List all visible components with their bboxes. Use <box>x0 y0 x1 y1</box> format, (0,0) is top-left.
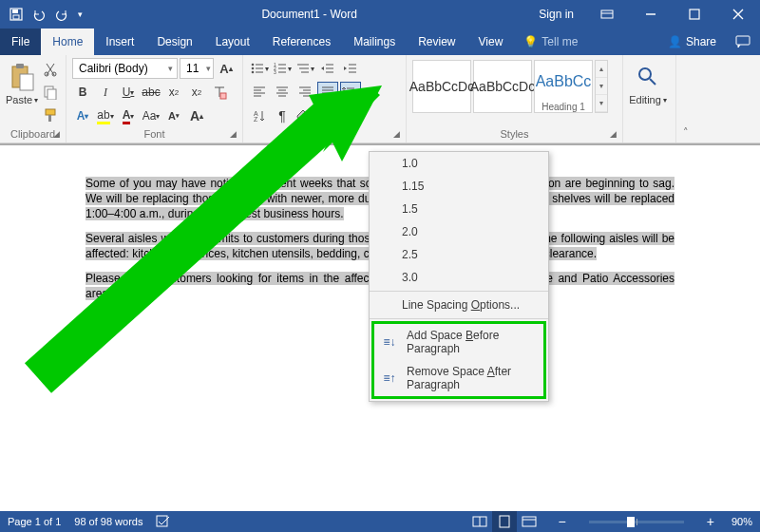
subscript-button[interactable]: x2 <box>163 82 184 103</box>
sign-in-link[interactable]: Sign in <box>527 8 585 21</box>
spacing-1-5[interactable]: 1.5 <box>370 198 548 220</box>
style-normal[interactable]: AaBbCcDc <box>412 60 471 113</box>
clear-formatting-icon[interactable] <box>209 82 230 103</box>
space-before-icon: ≡↓ <box>382 335 397 349</box>
strikethrough-button[interactable]: abc <box>141 82 162 103</box>
spacing-2-0[interactable]: 2.0 <box>370 220 548 243</box>
spacing-3-0[interactable]: 3.0 <box>370 266 548 289</box>
svg-rect-1 <box>12 10 18 13</box>
dialog-launcher-icon[interactable]: ◢ <box>50 129 62 141</box>
multilevel-list-icon[interactable]: ▾ <box>294 58 315 79</box>
zoom-level[interactable]: 90% <box>732 516 752 527</box>
tab-review[interactable]: Review <box>407 28 466 55</box>
save-icon[interactable] <box>6 4 27 25</box>
collapse-ribbon-icon[interactable]: ˄ <box>676 55 695 142</box>
line-spacing-button[interactable]: ▾ <box>340 82 361 103</box>
copy-icon[interactable] <box>40 82 61 103</box>
read-mode-icon[interactable] <box>467 511 492 532</box>
styles-scroll[interactable]: ▴▾▾ <box>595 60 608 113</box>
tab-home[interactable]: Home <box>41 28 94 55</box>
svg-rect-7 <box>16 64 24 68</box>
zoom-in-icon[interactable]: + <box>703 514 718 529</box>
numbering-icon[interactable]: 123▾ <box>272 58 293 79</box>
sort-icon[interactable]: AZ <box>249 105 270 126</box>
comments-icon[interactable] <box>726 28 760 55</box>
proofing-icon[interactable] <box>156 514 171 529</box>
font-name-combo[interactable]: Calibri (Body)▾ <box>72 58 178 79</box>
font-label: Font <box>143 128 164 140</box>
text-effects-icon[interactable]: A▾ <box>72 105 93 126</box>
font-color-icon[interactable]: A▾ <box>118 105 139 126</box>
ribbon-tabs: File Home Insert Design Layout Reference… <box>0 28 760 55</box>
tell-me-label: Tell me <box>542 35 578 48</box>
minimize-icon[interactable] <box>629 0 673 28</box>
undo-icon[interactable] <box>28 4 49 25</box>
svg-text:3: 3 <box>274 69 276 75</box>
shrink-font-icon[interactable]: A▾ <box>163 105 184 126</box>
grow-font2-icon[interactable]: A▴ <box>186 105 207 126</box>
decrease-indent-icon[interactable] <box>317 58 338 79</box>
redo-icon[interactable] <box>51 4 72 25</box>
line-spacing-options[interactable]: Line Spacing Options... <box>370 294 548 316</box>
remove-space-after[interactable]: ≡↑Remove Space After Paragraph <box>374 360 543 396</box>
web-layout-icon[interactable] <box>517 511 542 532</box>
share-button[interactable]: 👤Share <box>662 28 726 55</box>
spacing-1-15[interactable]: 1.15 <box>370 175 548 198</box>
paste-button[interactable]: Paste▾ <box>6 58 38 126</box>
page-indicator[interactable]: Page 1 of 1 <box>8 516 61 527</box>
qat-customize-icon[interactable]: ▾ <box>74 4 86 25</box>
align-left-icon[interactable] <box>249 82 270 103</box>
underline-button[interactable]: U ▾ <box>118 82 139 103</box>
view-buttons <box>467 511 542 532</box>
tab-design[interactable]: Design <box>145 28 203 55</box>
svg-rect-15 <box>220 93 226 99</box>
ribbon-display-options-icon[interactable] <box>585 0 629 28</box>
show-marks-icon[interactable]: ¶ <box>272 105 293 126</box>
borders-icon[interactable]: ▾ <box>317 105 338 126</box>
cut-icon[interactable] <box>40 59 61 80</box>
group-font: Calibri (Body)▾ 11▾ A▴ B I U ▾ abc x2 x2… <box>66 55 243 142</box>
align-right-icon[interactable] <box>294 82 315 103</box>
zoom-slider[interactable] <box>589 521 684 523</box>
word-count[interactable]: 98 of 98 words <box>74 516 142 527</box>
bold-button[interactable]: B <box>72 82 93 103</box>
dialog-launcher-icon[interactable]: ◢ <box>390 129 402 141</box>
highlight-icon[interactable]: ab▾ <box>95 105 116 126</box>
superscript-button[interactable]: x2 <box>186 82 207 103</box>
tab-insert[interactable]: Insert <box>94 28 145 55</box>
align-center-icon[interactable] <box>272 82 293 103</box>
change-case-icon[interactable]: Aa▾ <box>141 105 162 126</box>
svg-rect-29 <box>522 517 536 526</box>
tab-references[interactable]: References <box>261 28 342 55</box>
spacing-2-5[interactable]: 2.5 <box>370 243 548 266</box>
print-layout-icon[interactable] <box>492 511 517 532</box>
tab-view[interactable]: View <box>467 28 515 55</box>
grow-font-icon[interactable]: A▴ <box>216 58 237 79</box>
dialog-launcher-icon[interactable]: ◢ <box>227 129 238 141</box>
tab-file[interactable]: File <box>0 28 41 55</box>
group-paragraph: ▾ 123▾ ▾ ▾ AZ ¶ ▾ ▾ Paragraph◢ <box>243 55 407 142</box>
maximize-icon[interactable] <box>673 0 716 28</box>
editing-button[interactable]: Editing▾ <box>629 58 667 126</box>
justify-icon[interactable] <box>317 82 338 103</box>
style-nospacing[interactable]: AaBbCcDc <box>473 60 532 113</box>
tab-mailings[interactable]: Mailings <box>342 28 407 55</box>
svg-rect-4 <box>690 10 699 19</box>
tell-me[interactable]: 💡Tell me <box>514 28 587 55</box>
font-size-combo[interactable]: 11▾ <box>180 58 214 79</box>
italic-button[interactable]: I <box>95 82 116 103</box>
add-space-before[interactable]: ≡↓Add Space Before Paragraph <box>374 324 543 360</box>
zoom-out-icon[interactable]: − <box>555 514 570 529</box>
close-icon[interactable] <box>716 0 760 28</box>
spacing-1-0[interactable]: 1.0 <box>370 152 548 175</box>
heading1-label: Heading 1 <box>542 102 585 112</box>
shading-icon[interactable]: ▾ <box>294 105 315 126</box>
format-painter-icon[interactable] <box>40 104 61 125</box>
dialog-launcher-icon[interactable]: ◢ <box>607 129 618 141</box>
increase-indent-icon[interactable] <box>340 58 361 79</box>
bullets-icon[interactable]: ▾ <box>249 58 270 79</box>
style-heading1[interactable]: AaBbCcHeading 1 <box>534 60 593 113</box>
svg-rect-8 <box>20 74 33 90</box>
tab-layout[interactable]: Layout <box>204 28 261 55</box>
document-area[interactable]: Some of you may have noticed in recent w… <box>0 143 760 511</box>
